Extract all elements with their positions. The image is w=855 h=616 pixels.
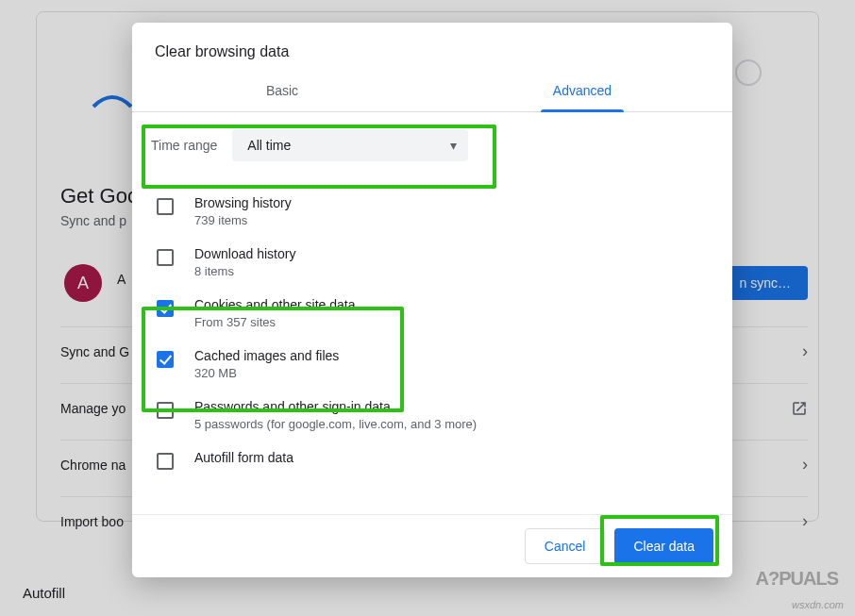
option-passwords[interactable]: Passwords and other sign-in data 5 passw… [151,390,713,441]
option-subtext: 8 items [194,264,295,278]
watermark-logo: A?PUALS [756,568,838,590]
time-range-row: Time range All time ▾ [151,112,706,178]
option-title: Browsing history [194,195,292,210]
dialog-title: Clear browsing data [132,23,732,70]
checkbox-download-history[interactable] [157,249,174,266]
option-title: Cached images and files [194,348,339,363]
option-cookies[interactable]: Cookies and other site data From 357 sit… [151,288,713,339]
dialog-footer: Cancel Clear data [132,514,732,577]
option-subtext: From 357 sites [194,315,355,329]
checkbox-cached[interactable] [157,351,174,368]
caret-down-icon: ▾ [450,138,457,153]
option-subtext: 5 passwords (for google.com, live.com, a… [194,417,477,431]
option-download-history[interactable]: Download history 8 items [151,237,713,288]
tab-advanced[interactable]: Advanced [432,70,732,111]
time-range-select[interactable]: All time ▾ [232,129,468,161]
option-autofill[interactable]: Autofill form data [151,441,713,479]
dialog-content[interactable]: Time range All time ▾ Browsing history 7… [132,112,732,514]
dialog-tabs: Basic Advanced [132,70,732,112]
cancel-button[interactable]: Cancel [525,528,606,564]
watermark-site: wsxdn.com [792,599,844,610]
option-title: Autofill form data [194,450,293,465]
option-title: Download history [194,246,295,261]
option-browsing-history[interactable]: Browsing history 739 items [151,186,713,237]
time-range-value: All time [247,138,291,153]
option-subtext: 739 items [194,213,292,227]
option-title: Passwords and other sign-in data [194,399,477,414]
checkbox-autofill[interactable] [157,453,174,470]
checkbox-cookies[interactable] [157,300,174,317]
time-range-label: Time range [151,138,217,153]
option-subtext: 320 MB [194,366,339,380]
checkbox-passwords[interactable] [157,402,174,419]
checkbox-browsing-history[interactable] [157,198,174,215]
tab-basic[interactable]: Basic [132,70,432,111]
option-cached[interactable]: Cached images and files 320 MB [151,339,713,390]
clear-data-button[interactable]: Clear data [614,528,713,564]
clear-browsing-data-dialog: Clear browsing data Basic Advanced Time … [132,23,732,577]
option-title: Cookies and other site data [194,297,355,312]
